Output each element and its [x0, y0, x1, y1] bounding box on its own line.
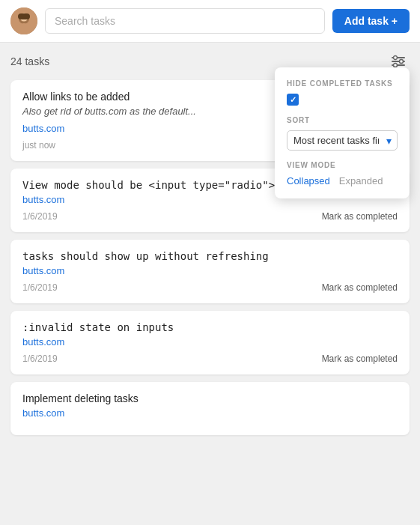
task-footer: 1/6/2019 Mark as completed [22, 211, 398, 222]
task-link[interactable]: butts.com [22, 336, 398, 348]
sort-select-wrapper: Most recent tasks first Oldest tasks fir… [287, 130, 398, 151]
hide-completed-row [287, 94, 398, 106]
task-footer: 1/6/2019 Mark as completed [22, 282, 398, 293]
svg-point-10 [400, 60, 404, 64]
header: Add task + [0, 0, 420, 43]
mark-completed-button[interactable]: Mark as completed [322, 282, 398, 293]
task-title: :invalid state on inputs [22, 321, 398, 333]
sort-select[interactable]: Most recent tasks first Oldest tasks fir… [287, 130, 398, 151]
task-footer: 1/6/2019 Mark as completed [22, 353, 398, 364]
hide-completed-label: HIDE COMPLETED TASKS [287, 79, 398, 88]
add-task-button[interactable]: Add task + [332, 9, 410, 33]
view-mode-collapsed-btn[interactable]: Collapsed [287, 175, 330, 186]
sort-label: SORT [287, 116, 398, 124]
task-title: tasks should show up without refreshing [22, 250, 398, 262]
avatar[interactable] [10, 7, 37, 34]
task-date: just now [22, 140, 55, 151]
task-link[interactable]: butts.com [22, 407, 398, 419]
hide-completed-checkbox[interactable] [287, 94, 299, 106]
task-title: Implement deleting tasks [22, 392, 398, 404]
view-mode-row: Collapsed Expanded [287, 175, 398, 186]
task-card: :invalid state on inputs butts.com 1/6/2… [10, 311, 410, 374]
filter-dropdown-panel: HIDE COMPLETED TASKS SORT Most recent ta… [275, 67, 410, 198]
task-card: Implement deleting tasks butts.com [10, 382, 410, 435]
view-mode-label: VIEW MODE [287, 161, 398, 169]
svg-point-9 [394, 56, 398, 60]
task-link[interactable]: butts.com [22, 265, 398, 276]
svg-rect-5 [18, 13, 30, 19]
view-mode-expanded-btn[interactable]: Expanded [339, 175, 383, 186]
search-input[interactable] [45, 8, 325, 34]
task-date: 1/6/2019 [22, 282, 58, 293]
task-count-label: 24 tasks [10, 55, 49, 67]
task-date: 1/6/2019 [22, 211, 58, 222]
mark-completed-button[interactable]: Mark as completed [322, 211, 398, 222]
mark-completed-button[interactable]: Mark as completed [322, 353, 398, 364]
task-card: tasks should show up without refreshing … [10, 240, 410, 303]
task-date: 1/6/2019 [22, 353, 58, 364]
svg-point-11 [394, 64, 398, 67]
